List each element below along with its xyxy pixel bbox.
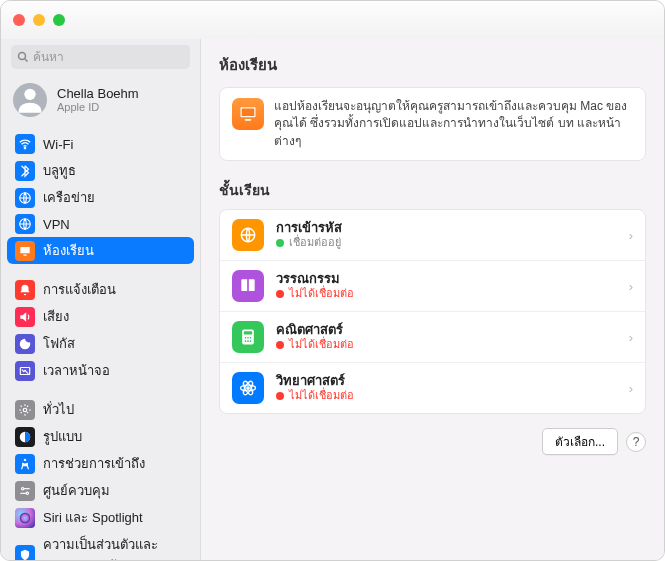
sidebar-item-bluetooth[interactable]: บลูทูธ [7, 157, 194, 184]
status-dot [276, 290, 284, 298]
sidebar-item-vpn[interactable]: VPN [7, 211, 194, 237]
page-title: ห้องเรียน [219, 53, 646, 77]
svg-point-12 [20, 512, 31, 523]
atom-icon [232, 372, 264, 404]
class-status: ไม่ได้เชื่อมต่อ [276, 287, 617, 301]
account-row[interactable]: Chella Boehm Apple ID [1, 77, 200, 129]
sidebar-item-label: เสียง [43, 306, 69, 327]
general-icon [15, 400, 35, 420]
status-text: ไม่ได้เชื่อมต่อ [289, 338, 354, 352]
sidebar-section: ทั่วไปรูปแบบการช่วยการเข้าถึงศูนย์ควบคุม… [1, 394, 200, 560]
sidebar-item-label: Siri และ Spotlight [43, 507, 143, 528]
sidebar-item-network[interactable]: เครือข่าย [7, 184, 194, 211]
svg-point-24 [250, 341, 252, 343]
svg-point-20 [247, 337, 249, 339]
svg-point-28 [247, 387, 250, 390]
class-name: วิทยาศาสตร์ [276, 373, 617, 389]
svg-rect-14 [242, 109, 255, 117]
sidebar-item-label: ศูนย์ควบคุม [43, 480, 110, 501]
svg-rect-4 [20, 246, 29, 252]
sidebar-item-label: เวลาหน้าจอ [43, 360, 110, 381]
class-row[interactable]: วิทยาศาสตร์ไม่ได้เชื่อมต่อ› [220, 363, 645, 413]
class-info: คณิตศาสตร์ไม่ได้เชื่อมต่อ [276, 322, 617, 352]
window-body: Chella Boehm Apple ID Wi-Fiบลูทูธเครือข่… [1, 39, 664, 560]
controlcenter-icon [15, 481, 35, 501]
sidebar-item-label: การช่วยการเข้าถึง [43, 453, 145, 474]
class-row[interactable]: การเข้ารหัสเชื่อมต่ออยู่› [220, 210, 645, 261]
svg-point-22 [245, 341, 247, 343]
sidebar-item-classroom[interactable]: ห้องเรียน [7, 237, 194, 264]
zoom-window-button[interactable] [53, 14, 65, 26]
bluetooth-icon [15, 161, 35, 181]
sidebar-item-general[interactable]: ทั่วไป [7, 396, 194, 423]
class-status: ไม่ได้เชื่อมต่อ [276, 338, 617, 352]
options-button[interactable]: ตัวเลือก... [542, 428, 618, 455]
sidebar: Chella Boehm Apple ID Wi-Fiบลูทูธเครือข่… [1, 39, 201, 560]
sidebar-item-screentime[interactable]: เวลาหน้าจอ [7, 357, 194, 384]
search-container [1, 39, 200, 77]
info-card: แอปห้องเรียนจะอนุญาตให้คุณครูสามารถเข้าถ… [219, 87, 646, 161]
class-status: เชื่อมต่ออยู่ [276, 236, 617, 250]
account-sub: Apple ID [57, 101, 139, 114]
chevron-right-icon: › [629, 228, 633, 243]
sidebar-item-siri[interactable]: Siri และ Spotlight [7, 504, 194, 531]
sidebar-item-appearance[interactable]: รูปแบบ [7, 423, 194, 450]
screentime-icon [15, 361, 35, 381]
sidebar-item-focus[interactable]: โฟกัส [7, 330, 194, 357]
class-info: การเข้ารหัสเชื่อมต่ออยู่ [276, 220, 617, 250]
accessibility-icon [15, 454, 35, 474]
chevron-right-icon: › [629, 330, 633, 345]
svg-point-1 [24, 147, 25, 148]
wifi-icon [15, 134, 35, 154]
svg-point-9 [24, 458, 26, 460]
class-row[interactable]: วรรณกรรมไม่ได้เชื่อมต่อ› [220, 261, 645, 312]
sidebar-item-label: ความเป็นส่วนตัวและความปลอดภัย [43, 534, 186, 560]
svg-rect-18 [244, 331, 252, 334]
status-text: ไม่ได้เชื่อมต่อ [289, 287, 354, 301]
sidebar-item-label: Wi-Fi [43, 137, 73, 152]
traffic-lights [13, 14, 65, 26]
chevron-right-icon: › [629, 381, 633, 396]
account-text: Chella Boehm Apple ID [57, 86, 139, 115]
svg-point-0 [24, 89, 35, 100]
class-row[interactable]: คณิตศาสตร์ไม่ได้เชื่อมต่อ› [220, 312, 645, 363]
status-text: เชื่อมต่ออยู่ [289, 236, 341, 250]
svg-rect-15 [245, 119, 252, 121]
info-text: แอปห้องเรียนจะอนุญาตให้คุณครูสามารถเข้าถ… [274, 98, 633, 150]
sidebar-item-label: การแจ้งเตือน [43, 279, 116, 300]
calc-icon [232, 321, 264, 353]
book-icon [232, 270, 264, 302]
sidebar-item-label: ทั่วไป [43, 399, 74, 420]
sidebar-item-controlcenter[interactable]: ศูนย์ควบคุม [7, 477, 194, 504]
class-name: การเข้ารหัส [276, 220, 617, 236]
help-button[interactable]: ? [626, 432, 646, 452]
classroom-app-icon [232, 98, 264, 130]
sidebar-item-privacy[interactable]: ความเป็นส่วนตัวและความปลอดภัย [7, 531, 194, 560]
chalkboard-icon [238, 104, 258, 124]
settings-window: Chella Boehm Apple ID Wi-Fiบลูทูธเครือข่… [0, 0, 665, 561]
sidebar-item-sound[interactable]: เสียง [7, 303, 194, 330]
account-name: Chella Boehm [57, 86, 139, 102]
minimize-window-button[interactable] [33, 14, 45, 26]
appearance-icon [15, 427, 35, 447]
footer-row: ตัวเลือก... ? [219, 428, 646, 455]
close-window-button[interactable] [13, 14, 25, 26]
sidebar-item-notifications[interactable]: การแจ้งเตือน [7, 276, 194, 303]
sidebar-item-label: เครือข่าย [43, 187, 95, 208]
classroom-icon [15, 241, 35, 261]
search-input[interactable] [11, 45, 190, 69]
sidebar-item-wifi[interactable]: Wi-Fi [7, 131, 194, 157]
status-dot [276, 239, 284, 247]
notifications-icon [15, 280, 35, 300]
sidebar-item-label: ห้องเรียน [43, 240, 94, 261]
chevron-right-icon: › [629, 279, 633, 294]
sidebar-item-accessibility[interactable]: การช่วยการเข้าถึง [7, 450, 194, 477]
status-dot [276, 341, 284, 349]
privacy-icon [15, 545, 35, 560]
svg-point-21 [250, 337, 252, 339]
titlebar [1, 1, 664, 39]
svg-point-23 [247, 341, 249, 343]
class-name: คณิตศาสตร์ [276, 322, 617, 338]
class-info: วิทยาศาสตร์ไม่ได้เชื่อมต่อ [276, 373, 617, 403]
svg-point-10 [22, 487, 24, 489]
